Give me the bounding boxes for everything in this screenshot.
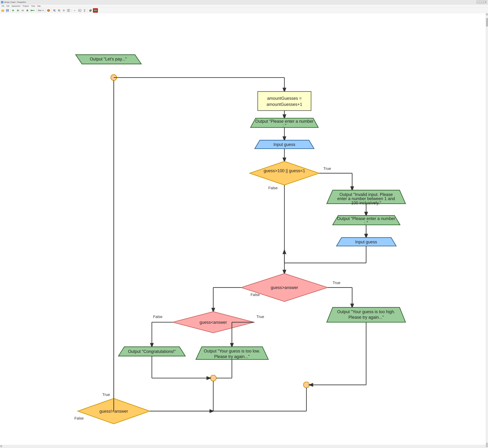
out-toohigh-text1: Output "Your guess is too high.: [337, 309, 395, 314]
svg-marker-24: [64, 10, 65, 11]
menu-edit[interactable]: Edit: [5, 4, 10, 8]
close-button[interactable]: ✕: [484, 0, 487, 4]
dec-done-true-label: True: [102, 392, 110, 397]
dec-done-false-label: False: [74, 416, 84, 420]
svg-rect-27: [69, 9, 70, 12]
scroll-right-arrow[interactable]: ►: [486, 445, 488, 447]
open-button[interactable]: [0, 8, 5, 13]
svg-point-25: [64, 10, 64, 11]
out-congrats-text: Output "Congratulations!": [128, 349, 176, 354]
window-controls: — □ ✕: [476, 0, 487, 4]
svg-point-13: [47, 9, 50, 12]
svg-text:XLS: XLS: [94, 10, 97, 11]
window-title: WongA_Project - Flowgorithm: [4, 1, 26, 3]
svg-line-19: [59, 11, 60, 12]
run-button[interactable]: [11, 8, 16, 13]
svg-marker-5: [17, 9, 18, 11]
svg-rect-6: [19, 9, 19, 11]
svg-rect-31: [84, 9, 85, 10]
menu-tools[interactable]: Tools: [30, 4, 36, 8]
assign-text2: amountGuesses+1: [267, 102, 302, 107]
split-view-button[interactable]: [66, 8, 71, 13]
dec-high-text: guess>answer: [271, 285, 298, 290]
title-bar: F WongA_Project - Flowgorithm — □ ✕: [0, 0, 488, 4]
dropdown-arrow-icon: ▼: [42, 9, 44, 11]
svg-rect-26: [67, 9, 68, 12]
dec-low-false-label: False: [153, 315, 163, 319]
zoom-out-button[interactable]: [57, 8, 61, 13]
out-toolow-text2: Please try again...": [214, 354, 250, 359]
svg-marker-10: [31, 9, 32, 11]
title-bar-left: F WongA_Project - Flowgorithm: [1, 1, 26, 3]
out-please1-text1: Output "Please enter a number: [255, 119, 314, 124]
stop-button[interactable]: [25, 8, 30, 13]
pause-button[interactable]: [20, 8, 25, 13]
run-custom-button[interactable]: [30, 8, 36, 13]
maximize-button[interactable]: □: [480, 0, 483, 4]
main-area: Output "Let's pay..." amountGuesses = am…: [0, 13, 488, 445]
variable-button[interactable]: x=: [72, 8, 77, 13]
svg-rect-9: [26, 10, 28, 11]
canvas-area[interactable]: Output "Let's pay..." amountGuesses = am…: [0, 13, 486, 445]
status-bar: Font size set to 8pt. EN: [0, 447, 488, 448]
menu-appearance[interactable]: Appearance: [10, 4, 22, 8]
connector2-shape: [210, 375, 216, 381]
out-toohigh-text2: Please try again...": [349, 315, 384, 320]
svg-rect-32: [84, 11, 85, 12]
menu-bar: File Edit Appearance Program Tools Help: [0, 4, 488, 8]
main-dropdown[interactable]: Main ▼: [37, 9, 45, 12]
svg-rect-0: [1, 10, 4, 12]
assign-shape: [258, 92, 311, 111]
menu-file[interactable]: File: [0, 4, 5, 8]
svg-marker-12: [33, 10, 35, 11]
dec-high-false-label: False: [251, 293, 260, 297]
pan-button[interactable]: [62, 8, 66, 13]
svg-marker-11: [32, 10, 33, 11]
scroll-up-arrow[interactable]: ▲: [486, 13, 488, 15]
svg-marker-29: [79, 10, 80, 11]
main-dropdown-label: Main: [38, 9, 42, 11]
flowchart-svg: Output "Let's pay..." amountGuesses = am…: [0, 13, 486, 445]
menu-help[interactable]: Help: [36, 4, 42, 8]
out-toolow-text1: Output "Your guess is too low.: [204, 349, 260, 353]
export-button[interactable]: XLS: [93, 8, 98, 13]
dec-low-text: guess<answer: [200, 320, 227, 325]
scroll-left-arrow[interactable]: ◄: [0, 445, 2, 447]
dec-range-shape: [250, 161, 319, 185]
scrollbar-right[interactable]: ▲ ▼: [486, 13, 488, 445]
svg-rect-2: [7, 9, 8, 10]
out-please2-text2: : ": [364, 220, 368, 225]
svg-line-15: [55, 11, 56, 12]
zoom-in-button[interactable]: [52, 8, 57, 13]
connector3-shape: [303, 382, 309, 388]
dec-high-true-label: True: [333, 281, 340, 285]
svg-marker-23: [63, 10, 63, 11]
dec-range-false-label: False: [268, 186, 278, 190]
dec-low-true-label: True: [257, 315, 264, 319]
out-invalid-text2: enter a number between 1 and: [337, 196, 395, 201]
svg-marker-4: [13, 9, 14, 11]
shape-button[interactable]: [46, 8, 51, 13]
out-invalid-text1: Output "Invalid input. Please: [340, 192, 393, 197]
svg-rect-7: [22, 10, 22, 11]
svg-marker-21: [63, 9, 64, 10]
minimize-button[interactable]: —: [476, 0, 480, 4]
dec-range-text: guess>100 || guess<1: [264, 168, 305, 173]
in-guess2-text: Input guess: [355, 240, 377, 244]
save-button[interactable]: [5, 8, 10, 13]
chart-button[interactable]: [88, 8, 93, 13]
scrollbar-bottom: ◄ ►: [0, 445, 488, 447]
console-button[interactable]: [78, 8, 82, 13]
menu-program[interactable]: Program: [22, 4, 30, 8]
out-please1-text2: : ": [283, 123, 286, 128]
flowchart-button[interactable]: [82, 8, 87, 13]
step-button[interactable]: [16, 8, 20, 13]
toolbar: Main ▼ x= XLS: [0, 8, 488, 13]
in-guess1-text: Input guess: [273, 142, 295, 147]
out-letspay-text: Output "Let's pay...": [90, 57, 127, 61]
assign-text1: amountGuesses =: [267, 96, 301, 101]
scroll-thumb-v[interactable]: [486, 18, 488, 26]
dec-range-true-label: True: [323, 166, 331, 171]
scroll-down-arrow[interactable]: ▼: [486, 443, 488, 445]
svg-rect-8: [23, 10, 24, 11]
